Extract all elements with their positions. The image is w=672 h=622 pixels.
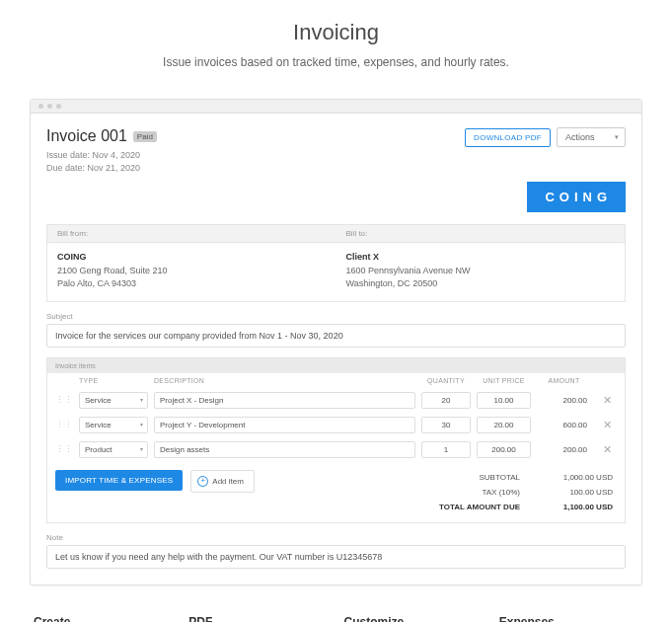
th-desc: DESCRIPTION [154,377,415,384]
feature-title: PDF [188,615,328,622]
from-address-1: 2100 Geng Road, Suite 210 [57,265,327,278]
window-dot-icon [38,104,43,109]
line-item: ⋮⋮ Service▾ 200.00 ✕ [47,388,625,413]
delete-row-icon[interactable]: ✕ [597,394,617,407]
import-time-expenses-button[interactable]: IMPORT TIME & EXPENSES [55,470,183,491]
feature-title: Create [34,615,173,622]
feature-title: Expenses [499,615,638,622]
line-item: ⋮⋮ Product▾ 200.00 ✕ [47,437,625,462]
delete-row-icon[interactable]: ✕ [597,443,617,456]
to-address-2: Washington, DC 20500 [346,277,616,291]
drag-handle-icon[interactable]: ⋮⋮ [55,420,73,429]
description-input[interactable] [154,392,415,409]
actions-label: Actions [565,132,595,142]
actions-dropdown[interactable]: Actions ▾ [557,127,626,147]
drag-handle-icon[interactable]: ⋮⋮ [55,444,73,454]
total-label: TOTAL AMOUNT DUE [421,503,520,511]
browser-chrome [31,100,641,114]
window-dot-icon [56,104,61,109]
description-input[interactable] [154,417,415,433]
tax-label: TAX (10%) [421,488,520,497]
note-input[interactable] [46,545,626,569]
type-select[interactable]: Product▾ [79,441,148,458]
th-price: UNIT PRICE [477,377,531,384]
quantity-input[interactable] [421,417,471,433]
amount-value: 200.00 [537,396,591,405]
type-select[interactable]: Service▾ [79,392,148,409]
tax-value: 100.00 USD [544,488,613,497]
chevron-down-icon: ▾ [140,445,143,452]
plus-circle-icon: + [197,476,208,487]
feature-pdf: PDF Download and send to client. [188,615,328,622]
unit-price-input[interactable] [477,392,531,409]
th-type: TYPE [79,377,148,384]
th-qty: QUANTITY [421,377,471,384]
total-value: 1,100.00 USD [544,503,613,511]
chevron-down-icon: ▾ [140,421,143,428]
drag-handle-icon[interactable]: ⋮⋮ [55,395,73,405]
subtotal-label: SUBTOTAL [421,473,520,482]
line-item: ⋮⋮ Service▾ 600.00 ✕ [47,413,625,437]
invoice-title: Invoice 001 [46,127,127,145]
note-label: Note [46,533,626,542]
add-item-button[interactable]: + Add item [190,470,255,493]
hero-subtitle: Issue invoices based on tracked time, ex… [30,55,642,69]
bill-from-label: Bill from: [47,225,336,243]
items-label: Invoice items [47,358,625,373]
feature-customize: Customize Add company logo and notes. [344,615,484,622]
hero-title: Invoicing [30,20,642,45]
delete-row-icon[interactable]: ✕ [597,419,617,431]
subject-input[interactable] [46,324,626,348]
chevron-down-icon: ▾ [140,396,143,403]
description-input[interactable] [154,441,415,458]
brand-logo: COING [527,182,626,212]
add-item-label: Add item [212,477,244,486]
bill-to-label: Bill to: [336,225,626,243]
from-address-2: Palo Alto, CA 94303 [57,277,327,291]
subject-label: Subject [46,312,626,321]
th-amount: AMOUNT [537,377,591,384]
quantity-input[interactable] [421,441,471,458]
quantity-input[interactable] [421,392,471,409]
amount-value: 600.00 [537,421,591,429]
feature-expenses: Expenses Record and invoice fixed fees. [499,615,638,622]
type-select[interactable]: Service▾ [79,417,148,433]
amount-value: 200.00 [537,445,591,454]
status-badge: Paid [133,131,157,142]
from-name: COING [57,251,327,265]
feature-create: Create Import time and edit invoices. [34,615,173,622]
unit-price-input[interactable] [477,417,531,433]
chevron-down-icon: ▾ [615,133,619,141]
browser-window: Invoice 001 Paid Issue date: Nov 4, 2020… [30,99,642,585]
to-name: Client X [346,251,616,265]
window-dot-icon [47,104,52,109]
to-address-1: 1600 Pennsylvania Avenue NW [346,265,616,278]
subtotal-value: 1,000.00 USD [544,473,613,482]
unit-price-input[interactable] [477,441,531,458]
feature-title: Customize [344,615,484,622]
due-date: Due date: Nov 21, 2020 [46,162,157,175]
issue-date: Issue date: Nov 4, 2020 [46,149,157,162]
download-pdf-button[interactable]: DOWNLOAD PDF [465,128,551,147]
